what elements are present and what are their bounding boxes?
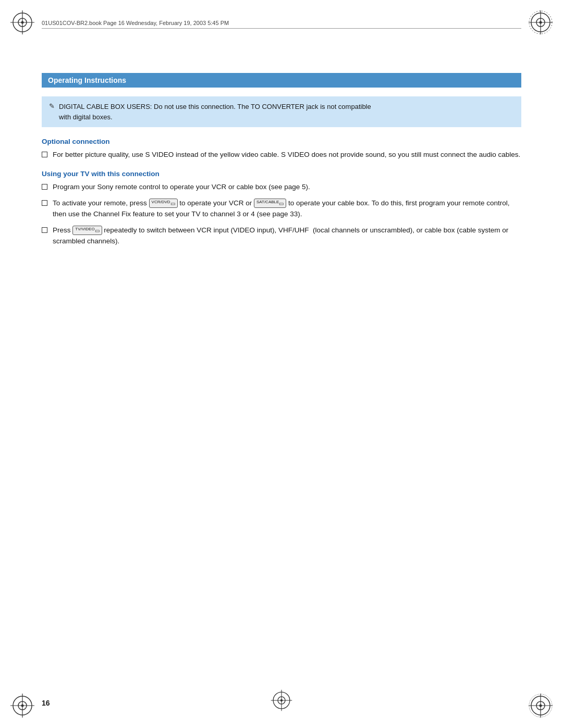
optional-connection-heading: Optional connection — [42, 138, 521, 145]
bullet-icon — [42, 200, 47, 206]
svg-point-15 — [21, 705, 24, 707]
note-box: ✎ DIGITAL CABLE BOX USERS: Do not use th… — [42, 96, 521, 127]
svg-point-9 — [540, 21, 542, 24]
svg-point-26 — [280, 699, 283, 701]
list-item: For better picture quality, use S VIDEO … — [42, 150, 521, 161]
reg-mark-top-left — [9, 9, 35, 35]
note-text: DIGITAL CABLE BOX USERS: Do not use this… — [59, 102, 371, 122]
svg-point-20 — [540, 705, 542, 707]
tv-video-button-icon: TV/VIDEO▭ — [72, 226, 102, 235]
bullet-text: Program your Sony remote control to oper… — [53, 182, 521, 193]
using-tv-heading: Using your TV with this connection — [42, 170, 521, 178]
using-tv-list: Program your Sony remote control to oper… — [42, 182, 521, 247]
content-area: ✎ DIGITAL CABLE BOX USERS: Do not use th… — [42, 96, 521, 676]
svg-point-4 — [21, 21, 24, 24]
bullet-icon — [42, 184, 47, 190]
bullet-text: Press TV/VIDEO▭ repeatedly to switch bet… — [53, 225, 521, 247]
page-title: Operating Instructions — [48, 76, 126, 84]
meta-bar: 01US01COV-BR2.book Page 16 Wednesday, Fe… — [42, 20, 521, 29]
list-item: To activate your remote, press VCR/DVD▭ … — [42, 198, 521, 220]
section-optional-connection: Optional connection For better picture q… — [42, 138, 521, 161]
page-number: 16 — [42, 699, 50, 707]
bullet-text: To activate your remote, press VCR/DVD▭ … — [53, 198, 521, 220]
page-container: 01US01COV-BR2.book Page 16 Wednesday, Fe… — [0, 0, 563, 728]
note-icon: ✎ — [49, 102, 55, 110]
reg-mark-top-right — [528, 9, 554, 35]
bullet-icon — [42, 227, 47, 233]
section-using-tv: Using your TV with this connection Progr… — [42, 170, 521, 247]
reg-mark-bottom-right — [528, 693, 554, 719]
optional-connection-list: For better picture quality, use S VIDEO … — [42, 150, 521, 161]
list-item: Press TV/VIDEO▭ repeatedly to switch bet… — [42, 225, 521, 247]
meta-text: 01US01COV-BR2.book Page 16 Wednesday, Fe… — [42, 20, 229, 26]
sat-cable-button-icon: SAT/CABLE▭ — [254, 199, 286, 208]
bullet-text: For better picture quality, use S VIDEO … — [53, 150, 521, 161]
vcr-dvd-button-icon: VCR/DVD▭ — [149, 199, 178, 208]
header-bar: Operating Instructions — [42, 73, 521, 88]
list-item: Program your Sony remote control to oper… — [42, 182, 521, 193]
bullet-icon — [42, 152, 47, 157]
reg-mark-bottom-left — [9, 693, 35, 719]
reg-mark-bottom-center — [270, 689, 293, 713]
